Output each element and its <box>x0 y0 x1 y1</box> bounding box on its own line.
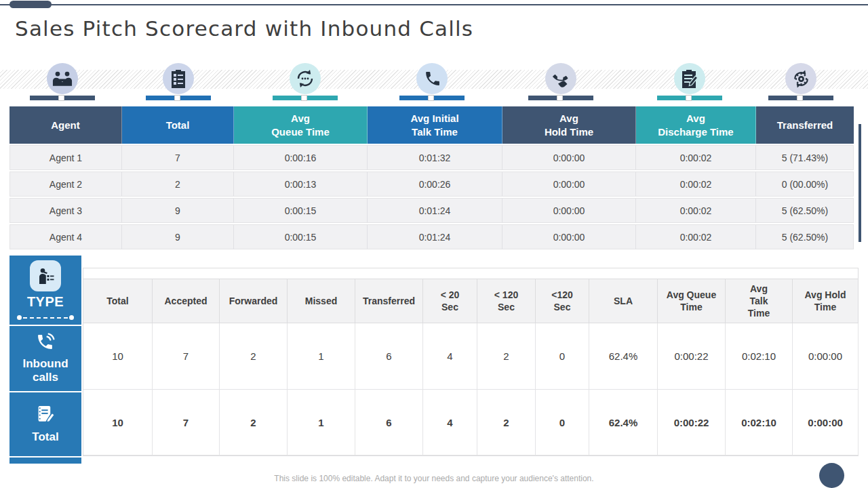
table-cell: 0:00:22 <box>658 390 726 455</box>
table-cell: 2 <box>477 390 536 455</box>
progress-knob <box>58 95 64 101</box>
column-header-transferred: Transferred <box>756 106 854 144</box>
column-header-avg-queue-time: Avg Queue Time <box>234 106 368 144</box>
progress-knob <box>301 95 307 101</box>
top-accent-pill <box>9 1 52 8</box>
gear-sync-icon <box>785 63 816 94</box>
table-cell: 0:01:32 <box>368 146 502 169</box>
column-header-lt120sec-2: <120 Sec <box>536 279 589 323</box>
column-header-forwarded: Forwarded <box>220 279 288 323</box>
table-cell: 0:00:00 <box>502 225 636 249</box>
table-cell: 10 <box>83 390 153 455</box>
slide: Sales Pitch Scorecard with Inbound Calls <box>0 0 868 488</box>
table-row-inbound-calls: 10 7 2 1 6 4 2 0 62.4% 0:00:22 0:02:10 0… <box>83 323 858 390</box>
progress-knob <box>686 95 692 101</box>
table-row-total: 10 7 2 1 6 4 2 0 62.4% 0:00:22 0:02:10 0… <box>83 390 858 455</box>
table-cell: 0:00:00 <box>793 323 859 390</box>
table-cell: 0:00:15 <box>234 199 368 222</box>
agent-table: Agent Total Avg Queue Time Avg Initial T… <box>9 106 854 249</box>
table-cell: 0 (00.00%) <box>756 172 854 196</box>
table-cell: 0 <box>536 390 589 455</box>
phone-call-icon <box>416 63 448 94</box>
table-cell: 0:01:24 <box>368 199 502 222</box>
table-cell: 0:00:00 <box>793 390 859 455</box>
progress-knob <box>557 95 563 101</box>
table-cell: 4 <box>423 390 477 455</box>
table-cell: 0:01:24 <box>368 225 502 249</box>
icon-group-call-in-hand <box>527 63 595 104</box>
row-group-label: Inbound calls <box>22 357 68 384</box>
column-header-avg-discharge-time: Avg Discharge Time <box>636 106 756 144</box>
table-row: Agent 1 7 0:00:16 0:01:32 0:00:00 0:00:0… <box>9 145 854 170</box>
sidebar-bottom-strip <box>9 458 81 464</box>
partnership-icon <box>47 63 78 94</box>
table-cell: Agent 3 <box>10 199 122 222</box>
calls-table: Total Accepted Forwarded Missed Transfer… <box>83 268 859 456</box>
column-header-total: Total <box>122 106 234 144</box>
column-header-avg-queue-time: Avg Queue Time <box>658 279 726 323</box>
report-edit-icon <box>674 63 705 94</box>
table-cell: 0:02:10 <box>726 323 793 390</box>
table-cell: 0:00:26 <box>368 172 502 196</box>
dashed-separator <box>17 315 74 320</box>
table-cell: 6 <box>355 390 423 455</box>
inbound-call-icon <box>35 333 56 354</box>
row-group-label: Total <box>32 430 58 444</box>
table-cell: 7 <box>153 323 220 390</box>
column-header-accepted: Accepted <box>153 279 220 323</box>
table-cell: 0:02:10 <box>726 390 793 455</box>
column-header-agent: Agent <box>9 106 122 144</box>
table-cell: 0:00:13 <box>234 172 368 196</box>
table-cell: 0:00:00 <box>502 199 636 222</box>
table-cell: 5 (71.43%) <box>756 146 854 169</box>
table-cell: 7 <box>122 146 234 169</box>
row-group-inbound-calls: Inbound calls <box>9 326 81 391</box>
table-cell: Agent 1 <box>10 146 122 169</box>
table-row: Agent 2 2 0:00:13 0:00:26 0:00:00 0:00:0… <box>9 171 854 197</box>
table-cell: 1 <box>288 390 355 455</box>
table-row: Agent 3 9 0:00:15 0:01:24 0:00:00 0:00:0… <box>9 198 854 223</box>
call-in-hand-icon <box>545 63 576 94</box>
icon-group-checklist <box>144 63 212 104</box>
table-cell: 62.4% <box>589 390 658 455</box>
column-header-sla: SLA <box>589 279 658 323</box>
agent-table-header: Agent Total Avg Queue Time Avg Initial T… <box>9 106 854 144</box>
table-cell: 0:00:02 <box>636 172 756 196</box>
column-header-avg-hold-time: Avg Hold Time <box>502 106 636 144</box>
column-header-avg-initial-talk-time: Avg Initial Talk Time <box>368 106 502 144</box>
row-group-label: TYPE <box>27 294 64 310</box>
table-cell: 5 (62.50%) <box>756 199 854 222</box>
table-cell: 1 <box>288 323 355 390</box>
type-person-icon <box>30 260 61 291</box>
page-title: Sales Pitch Scorecard with Inbound Calls <box>15 16 473 41</box>
table-cell: 10 <box>83 323 153 390</box>
table-cell: 7 <box>153 390 220 455</box>
table-cell: 9 <box>122 225 234 249</box>
icon-group-phone <box>398 63 466 104</box>
table-cell: 0 <box>536 323 589 390</box>
table-row: Agent 4 9 0:00:15 0:01:24 0:00:00 0:00:0… <box>9 224 854 249</box>
table-cell: 2 <box>220 390 288 455</box>
table-cell: 0:00:00 <box>502 172 636 196</box>
table-cell: 5 (62.50%) <box>756 225 854 249</box>
progress-knob <box>797 95 803 101</box>
column-header-avg-talk-time: Avg Talk Time <box>726 279 793 323</box>
table-cell: 0:00:16 <box>234 146 368 169</box>
icon-group-partnership <box>28 63 96 104</box>
table-cell: 9 <box>122 199 234 222</box>
column-header-missed: Missed <box>288 279 355 323</box>
table-cell: 0:00:02 <box>636 225 756 249</box>
table-cell: 2 <box>122 172 234 196</box>
table-cell: 0:00:02 <box>636 146 756 169</box>
table-cell: Agent 2 <box>10 172 122 196</box>
progress-knob <box>174 95 180 101</box>
icon-group-gear-sync <box>767 63 835 104</box>
table-cell: 0:00:02 <box>636 199 756 222</box>
sync-process-icon <box>290 63 321 94</box>
table-cell: 2 <box>477 323 536 390</box>
table-cell: 0:00:22 <box>658 323 726 390</box>
column-header-lt20sec: < 20 Sec <box>423 279 477 323</box>
footer-note: This slide is 100% editable. Adapt it to… <box>0 474 868 483</box>
top-accent-line <box>0 4 868 5</box>
table-cell: 2 <box>220 323 288 390</box>
